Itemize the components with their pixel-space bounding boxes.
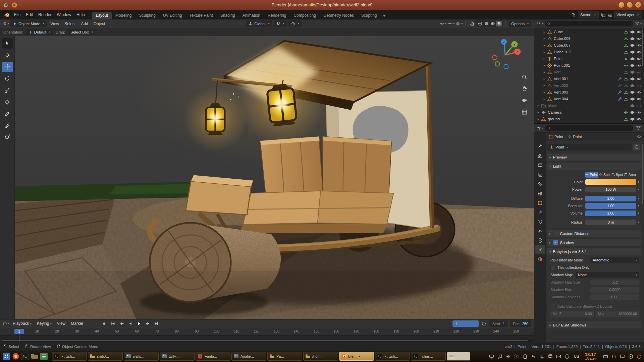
shadow-checkbox[interactable] xyxy=(553,240,558,245)
render-visibility-icon[interactable] xyxy=(630,97,635,102)
workspace-tab-shading[interactable]: Shading xyxy=(217,12,239,19)
launcher-app-menu-icon[interactable] xyxy=(2,352,11,361)
timeline-ruler-area[interactable]: 1102030405060708090100110120130140150160… xyxy=(0,328,534,342)
prev-keyframe-button[interactable] xyxy=(118,320,126,327)
end-frame-field[interactable]: End250 xyxy=(510,320,531,327)
unlink-scene-icon[interactable]: ✕ xyxy=(594,13,596,16)
scene-browse-icon[interactable] xyxy=(571,12,576,17)
outliner-item-cube.005[interactable]: ▸ Cube.005 xyxy=(534,35,644,42)
power-field[interactable]: 100 W xyxy=(585,187,636,192)
eye-icon[interactable] xyxy=(636,97,641,102)
taskbar-window-10[interactable]: _chas... xyxy=(411,352,446,361)
timeline-ruler[interactable]: 1102030405060708090100110120130140150160… xyxy=(0,328,534,336)
outliner-item-cube.007[interactable]: ▸ Cube.007 xyxy=(534,42,644,49)
light-color-swatch[interactable] xyxy=(585,179,636,185)
outliner-search-input[interactable] xyxy=(545,21,633,26)
panel-babylon[interactable]: ▾ Babylon.js ver 3.3.1 xyxy=(547,248,641,255)
eye-icon[interactable] xyxy=(636,56,641,61)
blender-logo-icon[interactable] xyxy=(3,11,10,18)
light-type-point[interactable]: Point xyxy=(585,172,598,178)
taskbar-window-6[interactable]: Pa... xyxy=(267,352,302,361)
expand-icon[interactable]: ▸ xyxy=(542,77,546,80)
visibility-dropdown[interactable] xyxy=(440,20,446,27)
expand-icon[interactable]: ▸ xyxy=(542,90,546,94)
launcher-text-editor-icon[interactable] xyxy=(40,352,48,361)
gizmo-neg-x[interactable] xyxy=(493,55,497,60)
tool-add-cube[interactable] xyxy=(2,132,13,142)
workspace-tab-layout[interactable]: Layout xyxy=(92,12,112,19)
light-datablock-selector[interactable]: Point xyxy=(547,144,632,150)
render-visibility-icon[interactable] xyxy=(630,36,635,41)
light-type-spot[interactable]: Spot xyxy=(611,172,624,178)
pan-hand-icon[interactable] xyxy=(520,84,529,93)
menu-render[interactable]: Render xyxy=(36,12,54,17)
tray-network-icon[interactable] xyxy=(531,353,537,359)
eye-icon[interactable] xyxy=(636,90,641,95)
workspace-tab-texture-paint[interactable]: Texture Paint xyxy=(186,12,217,19)
menu-edit[interactable]: Edit xyxy=(23,12,36,17)
menu-help[interactable]: Help xyxy=(74,12,88,17)
expand-icon[interactable]: ▸ xyxy=(542,64,546,67)
outliner-filter-icon[interactable] xyxy=(635,20,642,27)
collection-only-checkbox[interactable] xyxy=(550,265,555,270)
jump-end-button[interactable] xyxy=(153,320,161,327)
mesh-data-icon[interactable] xyxy=(624,97,629,102)
gizmo-neg-y[interactable] xyxy=(495,62,499,66)
render-visibility-icon[interactable] xyxy=(630,90,635,95)
next-keyframe-button[interactable] xyxy=(144,320,152,327)
camera-data-icon[interactable] xyxy=(624,110,629,115)
tool-select-box[interactable] xyxy=(2,38,13,49)
pbr-mode-dropdown[interactable]: Automatic xyxy=(590,257,639,263)
maximize-button[interactable] xyxy=(627,2,633,8)
options-dropdown[interactable]: Options xyxy=(508,20,531,27)
outliner-item-vert.002[interactable]: ▸ Vert.002 xyxy=(534,82,644,89)
tray-volume-icon[interactable] xyxy=(505,353,512,359)
launcher-web-browser-icon[interactable] xyxy=(11,352,20,361)
xray-toggle[interactable] xyxy=(468,20,475,27)
taskbar-window-3[interactable]: twily.i... xyxy=(160,352,195,361)
outliner-item-ground[interactable]: ▸ ground xyxy=(534,116,644,122)
workspace-tab-scripting[interactable]: Scripting xyxy=(358,12,381,19)
min-z-field[interactable]: Min Z 0.00 xyxy=(550,311,594,317)
record-button[interactable] xyxy=(100,320,108,327)
workspace-tab-animation[interactable]: Animation xyxy=(239,12,264,19)
tray-display-icon[interactable] xyxy=(489,353,495,359)
mesh-data-icon[interactable] xyxy=(624,76,629,81)
light-data-icon[interactable] xyxy=(624,63,629,68)
gizmos-dropdown[interactable] xyxy=(448,20,454,27)
workspace-tab-rendering[interactable]: Rendering xyxy=(264,12,290,19)
overlays-dropdown[interactable] xyxy=(456,20,463,27)
outliner-item-point.001[interactable]: ▸ Point.001 xyxy=(534,62,644,69)
zoom-icon[interactable] xyxy=(520,72,529,81)
animate-dot[interactable] xyxy=(638,205,639,206)
grid-toggle-icon[interactable] xyxy=(520,108,529,116)
mode-dropdown[interactable]: Object Mode xyxy=(10,20,47,27)
render-visibility-icon[interactable] xyxy=(630,63,635,68)
outliner-item-cube[interactable]: ▸ Cube xyxy=(534,28,644,35)
viewport-3d[interactable]: X Y Z xyxy=(15,36,534,319)
playhead[interactable]: 1 xyxy=(14,329,24,334)
taskbar-window-11[interactable] xyxy=(447,352,470,361)
panel-custom-distance[interactable]: ▸ Custom Distance xyxy=(547,230,641,237)
expand-icon[interactable]: ▸ xyxy=(542,84,546,87)
light-type-sun[interactable]: Sun xyxy=(598,172,610,178)
eye-icon[interactable] xyxy=(636,63,641,68)
tray-chat-icon[interactable] xyxy=(619,353,625,359)
properties-tab-object[interactable] xyxy=(535,198,545,207)
shadow-darkness-field[interactable]: 0.00 xyxy=(590,294,639,300)
panel-preview[interactable]: ▸ Preview xyxy=(547,154,641,161)
shading-solid-icon[interactable] xyxy=(483,21,489,26)
shadow-bias-field[interactable]: 0.0000 xyxy=(590,287,639,293)
shadow-map-size-field[interactable]: 512 xyxy=(590,280,639,285)
properties-tab-constraints[interactable] xyxy=(535,236,545,245)
outliner-item-camera[interactable]: ▸ Camera xyxy=(534,109,644,116)
taskbar-window-8[interactable]: Ble... xyxy=(339,352,374,361)
expand-icon[interactable]: ▸ xyxy=(542,44,546,47)
remove-view-layer-icon[interactable]: ✕ xyxy=(637,13,640,16)
tray-shield-icon[interactable] xyxy=(564,353,570,359)
wrench-icon[interactable] xyxy=(617,97,622,102)
tray-bluetooth-icon[interactable] xyxy=(539,353,545,359)
expand-icon[interactable]: ▸ xyxy=(542,37,546,40)
close-button[interactable] xyxy=(635,2,641,8)
mesh-data-icon[interactable] xyxy=(624,43,629,48)
